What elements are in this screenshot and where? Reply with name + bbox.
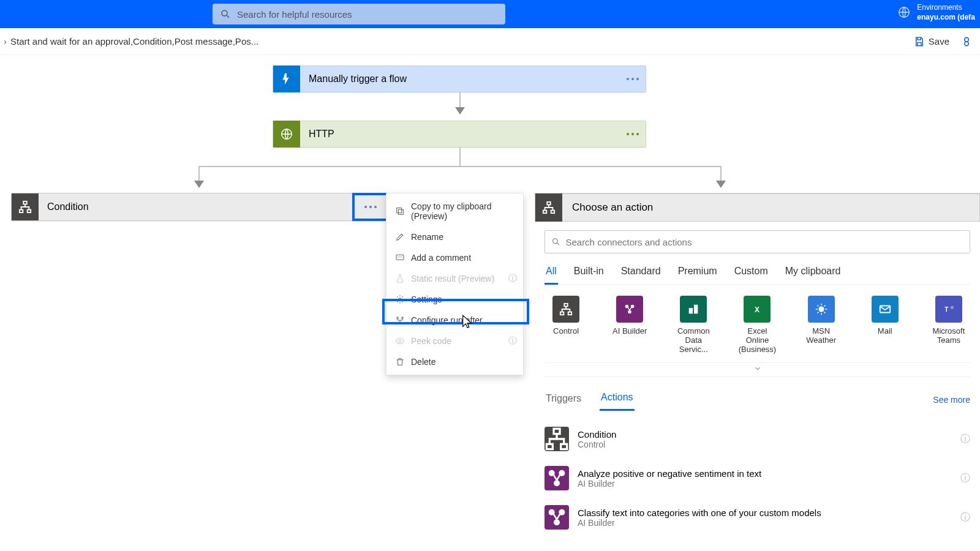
choose-action-icon bbox=[535, 193, 562, 222]
tab-built-in[interactable]: Built-in bbox=[573, 262, 605, 284]
action-row[interactable]: ConditionControlⓘ bbox=[545, 419, 970, 459]
menu-delete[interactable]: Delete bbox=[386, 351, 523, 372]
svg-rect-17 bbox=[547, 202, 551, 205]
connector-msn-weather[interactable]: MSN Weather bbox=[800, 296, 843, 354]
svg-rect-28 bbox=[689, 308, 693, 313]
svg-point-36 bbox=[951, 306, 954, 310]
menu-copy[interactable]: Copy to my clipboard (Preview) bbox=[386, 196, 523, 227]
save-icon bbox=[914, 36, 925, 47]
expand-connectors[interactable] bbox=[545, 362, 970, 377]
breadcrumb[interactable]: Start and wait for an approval,Condition… bbox=[10, 36, 258, 47]
svg-line-21 bbox=[557, 243, 559, 245]
action-row[interactable]: Classify text into categories with one o… bbox=[545, 498, 970, 537]
svg-rect-29 bbox=[694, 305, 698, 314]
svg-point-16 bbox=[399, 340, 401, 342]
flow-canvas[interactable]: Manually trigger a flow HTTP Condition C… bbox=[0, 55, 980, 551]
context-menu: Copy to my clipboard (Preview) Rename Ad… bbox=[386, 193, 524, 375]
eye-icon bbox=[395, 336, 405, 346]
svg-text:X: X bbox=[755, 305, 760, 314]
menu-rename[interactable]: Rename bbox=[386, 227, 523, 247]
flow-checker-icon[interactable] bbox=[960, 36, 973, 48]
choose-action-header[interactable]: Choose an action bbox=[535, 193, 980, 222]
tab-custom[interactable]: Custom bbox=[733, 262, 769, 284]
info-icon[interactable]: ⓘ bbox=[960, 511, 970, 524]
command-bar: › Start and wait for an approval,Conditi… bbox=[0, 28, 980, 55]
http-card[interactable]: HTTP bbox=[273, 121, 646, 148]
connector-search[interactable] bbox=[545, 230, 970, 253]
condition-more-button[interactable] bbox=[352, 193, 389, 221]
branch-icon bbox=[395, 315, 405, 325]
comment-icon bbox=[395, 253, 405, 263]
tab-triggers[interactable]: Triggers bbox=[545, 389, 582, 410]
pencil-icon bbox=[395, 232, 405, 242]
chevron-down-icon bbox=[753, 364, 762, 373]
environment-picker[interactable]: Environments enayu.com (defa bbox=[897, 2, 975, 22]
svg-rect-9 bbox=[398, 209, 403, 214]
info-icon[interactable]: ⓘ bbox=[508, 335, 517, 347]
svg-point-12 bbox=[399, 298, 401, 301]
svg-rect-38 bbox=[546, 444, 552, 449]
svg-rect-18 bbox=[543, 211, 547, 214]
http-more-button[interactable] bbox=[620, 133, 646, 135]
tab-all[interactable]: All bbox=[545, 262, 558, 285]
trigger-action-tabs: Triggers Actions See more bbox=[545, 388, 970, 411]
menu-add-comment[interactable]: Add a comment bbox=[386, 247, 523, 268]
connector-excel-online-business-[interactable]: XExcel Online (Business) bbox=[736, 296, 778, 354]
info-icon[interactable]: ⓘ bbox=[960, 433, 970, 446]
info-icon[interactable]: ⓘ bbox=[960, 472, 970, 485]
connector-mail[interactable]: Mail bbox=[864, 296, 907, 354]
gear-icon bbox=[395, 294, 405, 304]
svg-point-32 bbox=[818, 306, 824, 312]
condition-icon bbox=[12, 193, 39, 220]
trash-icon bbox=[395, 357, 405, 367]
svg-rect-37 bbox=[554, 429, 560, 433]
http-title: HTTP bbox=[300, 129, 620, 140]
global-search-input[interactable] bbox=[237, 9, 498, 20]
connector-common-data-servic-[interactable]: Common Data Servic... bbox=[672, 296, 715, 354]
connector-control[interactable]: Control bbox=[545, 296, 587, 354]
svg-rect-6 bbox=[23, 201, 27, 204]
tab-my-clipboard[interactable]: My clipboard bbox=[784, 262, 842, 284]
condition-title: Condition bbox=[39, 201, 352, 212]
svg-rect-8 bbox=[28, 210, 31, 213]
connector-line bbox=[198, 166, 200, 181]
menu-configure-run-after[interactable]: Configure run after bbox=[386, 310, 523, 331]
svg-point-14 bbox=[402, 317, 404, 319]
arrow-down-icon bbox=[716, 181, 726, 188]
svg-line-1 bbox=[227, 15, 229, 18]
condition-card[interactable]: Condition bbox=[11, 193, 390, 221]
action-list: ConditionControlⓘAnalyze positive or neg… bbox=[545, 419, 970, 537]
info-icon[interactable]: ⓘ bbox=[508, 273, 517, 284]
connector-line bbox=[459, 148, 461, 166]
connector-microsoft-teams[interactable]: TMicrosoft Teams bbox=[927, 296, 970, 354]
trigger-card[interactable]: Manually trigger a flow bbox=[273, 66, 646, 92]
tab-premium[interactable]: Premium bbox=[677, 262, 718, 284]
see-more-link[interactable]: See more bbox=[933, 395, 970, 405]
save-button-label: Save bbox=[929, 36, 949, 47]
action-row[interactable]: Analyze positive or negative sentiment i… bbox=[545, 459, 970, 498]
connector-line bbox=[720, 166, 722, 181]
http-icon bbox=[273, 121, 300, 148]
connector-search-input[interactable] bbox=[565, 237, 963, 247]
svg-rect-7 bbox=[20, 210, 23, 213]
svg-text:T: T bbox=[944, 306, 949, 313]
svg-point-3 bbox=[965, 37, 969, 42]
environment-icon bbox=[897, 6, 911, 19]
flask-icon bbox=[395, 274, 405, 283]
tab-actions[interactable]: Actions bbox=[600, 388, 634, 411]
connector-line bbox=[459, 92, 461, 107]
environment-label: Environments bbox=[917, 2, 975, 12]
top-bar: Environments enayu.com (defa bbox=[0, 0, 980, 28]
save-button[interactable]: Save bbox=[914, 36, 949, 47]
trigger-more-button[interactable] bbox=[620, 78, 646, 80]
category-tabs: All Built-in Standard Premium Custom My … bbox=[545, 262, 970, 285]
tab-standard[interactable]: Standard bbox=[620, 262, 662, 284]
connector-grid: ControlAI BuilderCommon Data Servic...XE… bbox=[545, 296, 970, 354]
global-search[interactable] bbox=[213, 4, 505, 24]
search-icon bbox=[220, 9, 231, 20]
menu-settings[interactable]: Settings bbox=[386, 289, 523, 310]
copy-icon bbox=[395, 206, 405, 216]
svg-rect-24 bbox=[568, 312, 572, 315]
menu-peek-code: Peek code ⓘ bbox=[386, 331, 523, 351]
connector-ai-builder[interactable]: AI Builder bbox=[608, 296, 651, 354]
